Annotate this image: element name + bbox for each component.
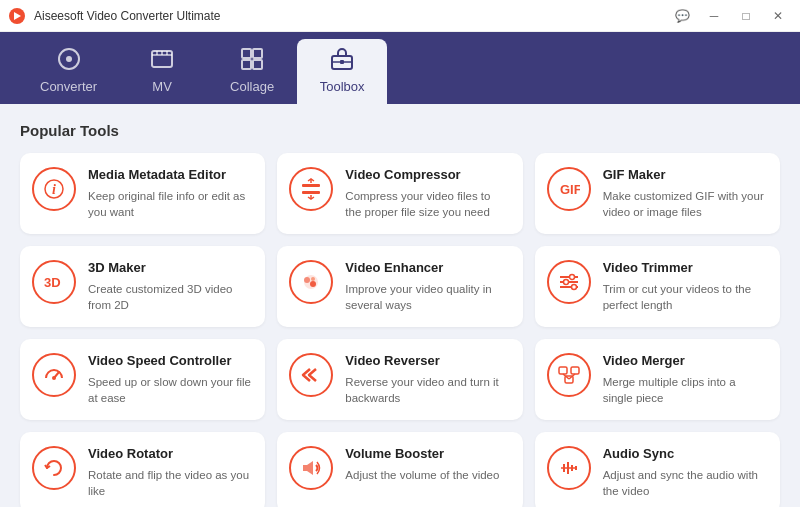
tool-card-video-speed-controller[interactable]: Video Speed Controller Speed up or slow … (20, 339, 265, 420)
chat-btn[interactable]: 💬 (668, 6, 696, 26)
volume-booster-name: Volume Booster (345, 446, 508, 463)
tab-converter[interactable]: Converter (20, 39, 117, 104)
3d-maker-name: 3D Maker (88, 260, 251, 277)
tool-card-video-reverser[interactable]: Video Reverser Reverse your video and tu… (277, 339, 522, 420)
tool-card-3d-maker[interactable]: 3D 3D Maker Create customized 3D video f… (20, 246, 265, 327)
video-enhancer-name: Video Enhancer (345, 260, 508, 277)
video-trimmer-name: Video Trimmer (603, 260, 766, 277)
mv-icon (150, 47, 174, 75)
svg-rect-5 (253, 49, 262, 58)
svg-marker-36 (303, 461, 313, 475)
audio-sync-name: Audio Sync (603, 446, 766, 463)
close-btn[interactable]: ✕ (764, 6, 792, 26)
tools-grid: i Media Metadata Editor Keep original fi… (20, 153, 780, 507)
video-merger-icon (547, 353, 591, 397)
svg-rect-7 (253, 60, 262, 69)
window-controls: 💬 ─ □ ✕ (668, 6, 792, 26)
titlebar: Aiseesoft Video Converter Ultimate 💬 ─ □… (0, 0, 800, 32)
video-speed-controller-name: Video Speed Controller (88, 353, 251, 370)
gif-maker-icon: GIF (547, 167, 591, 211)
svg-rect-13 (302, 184, 320, 187)
svg-point-26 (569, 275, 574, 280)
svg-point-2 (66, 56, 72, 62)
window-title: Aiseesoft Video Converter Ultimate (34, 9, 221, 23)
tool-card-video-compressor[interactable]: Video Compressor Compress your video fil… (277, 153, 522, 234)
svg-rect-4 (242, 49, 251, 58)
video-enhancer-desc: Improve your video quality in several wa… (345, 281, 508, 313)
minimize-btn[interactable]: ─ (700, 6, 728, 26)
tool-card-video-trimmer[interactable]: Video Trimmer Trim or cut your videos to… (535, 246, 780, 327)
media-metadata-editor-icon: i (32, 167, 76, 211)
media-metadata-editor-desc: Keep original file info or edit as you w… (88, 188, 251, 220)
titlebar-left: Aiseesoft Video Converter Ultimate (8, 7, 221, 25)
svg-rect-31 (559, 367, 567, 374)
svg-point-28 (571, 285, 576, 290)
tab-mv[interactable]: MV (117, 39, 207, 104)
video-reverser-desc: Reverse your video and turn it backwards (345, 374, 508, 406)
video-rotator-desc: Rotate and flip the video as you like (88, 467, 251, 499)
3d-maker-icon: 3D (32, 260, 76, 304)
tool-card-media-metadata-editor[interactable]: i Media Metadata Editor Keep original fi… (20, 153, 265, 234)
svg-text:3D: 3D (44, 275, 61, 290)
tool-card-video-enhancer[interactable]: Video Enhancer Improve your video qualit… (277, 246, 522, 327)
tool-card-video-merger[interactable]: Video Merger Merge multiple clips into a… (535, 339, 780, 420)
svg-point-27 (563, 280, 568, 285)
video-rotator-icon (32, 446, 76, 490)
svg-point-21 (310, 281, 316, 287)
gif-maker-name: GIF Maker (603, 167, 766, 184)
toolbox-icon (330, 47, 354, 75)
main-content: Popular Tools i Media Metadata Editor Ke… (0, 104, 800, 507)
converter-icon (57, 47, 81, 75)
media-metadata-editor-name: Media Metadata Editor (88, 167, 251, 184)
gif-maker-desc: Make customized GIF with your video or i… (603, 188, 766, 220)
video-speed-controller-desc: Speed up or slow down your file at ease (88, 374, 251, 406)
volume-booster-icon (289, 446, 333, 490)
collage-label: Collage (230, 79, 274, 94)
svg-point-20 (304, 277, 310, 283)
svg-rect-10 (340, 60, 344, 64)
tool-card-gif-maker[interactable]: GIF GIF Maker Make customized GIF with y… (535, 153, 780, 234)
tab-collage[interactable]: Collage (207, 39, 297, 104)
toolbox-label: Toolbox (320, 79, 365, 94)
video-merger-name: Video Merger (603, 353, 766, 370)
video-reverser-name: Video Reverser (345, 353, 508, 370)
svg-point-30 (52, 376, 56, 380)
converter-label: Converter (40, 79, 97, 94)
3d-maker-desc: Create customized 3D video from 2D (88, 281, 251, 313)
volume-booster-desc: Adjust the volume of the video (345, 467, 508, 483)
nav-bar: Converter MV Collage (0, 32, 800, 104)
video-compressor-desc: Compress your video files to the proper … (345, 188, 508, 220)
svg-rect-32 (571, 367, 579, 374)
svg-text:i: i (52, 182, 56, 197)
collage-icon (240, 47, 264, 75)
maximize-btn[interactable]: □ (732, 6, 760, 26)
audio-sync-icon (547, 446, 591, 490)
svg-point-22 (311, 277, 315, 281)
video-trimmer-desc: Trim or cut your videos to the perfect l… (603, 281, 766, 313)
tool-card-audio-sync[interactable]: Audio Sync Adjust and sync the audio wit… (535, 432, 780, 507)
mv-label: MV (152, 79, 172, 94)
svg-rect-14 (302, 191, 320, 194)
video-enhancer-icon (289, 260, 333, 304)
video-reverser-icon (289, 353, 333, 397)
svg-text:GIF: GIF (560, 182, 580, 197)
video-merger-desc: Merge multiple clips into a single piece (603, 374, 766, 406)
video-compressor-icon (289, 167, 333, 211)
tool-card-video-rotator[interactable]: Video Rotator Rotate and flip the video … (20, 432, 265, 507)
video-rotator-name: Video Rotator (88, 446, 251, 463)
audio-sync-desc: Adjust and sync the audio with the video (603, 467, 766, 499)
app-logo (8, 7, 26, 25)
video-compressor-name: Video Compressor (345, 167, 508, 184)
video-speed-controller-icon (32, 353, 76, 397)
tab-toolbox[interactable]: Toolbox (297, 39, 387, 104)
video-trimmer-icon (547, 260, 591, 304)
svg-rect-6 (242, 60, 251, 69)
tool-card-volume-booster[interactable]: Volume Booster Adjust the volume of the … (277, 432, 522, 507)
section-title: Popular Tools (20, 122, 780, 139)
